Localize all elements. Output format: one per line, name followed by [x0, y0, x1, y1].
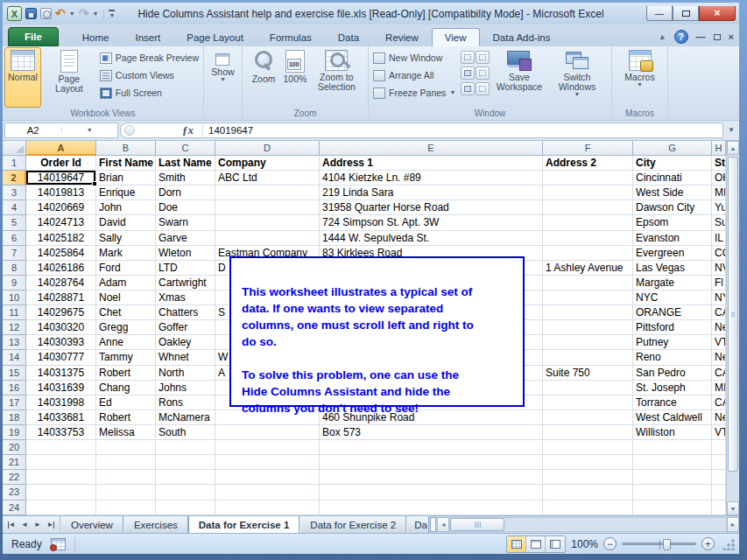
cell-F24[interactable]: [543, 500, 633, 515]
cell-H3[interactable]: MI: [712, 186, 726, 200]
unhide-window-button[interactable]: [461, 82, 475, 95]
redo-icon[interactable]: ↷: [79, 8, 89, 19]
cell-H1[interactable]: Sta: [712, 156, 726, 171]
cell-H7[interactable]: CO: [712, 246, 726, 261]
cell-F3[interactable]: [543, 186, 633, 200]
ribbon-tab-insert[interactable]: Insert: [123, 28, 174, 46]
cell-H19[interactable]: VT: [712, 425, 726, 440]
maximize-button[interactable]: [673, 6, 699, 21]
cell-C18[interactable]: McNamera: [156, 410, 215, 425]
cell-C8[interactable]: LTD: [156, 261, 215, 276]
cell-B17[interactable]: Ed: [96, 396, 156, 410]
cell-E23[interactable]: [320, 485, 543, 500]
cell-H17[interactable]: CA: [712, 396, 726, 410]
undo-caret-icon[interactable]: ▼: [69, 10, 75, 17]
cell-H13[interactable]: VT: [712, 335, 726, 350]
ribbon-tab-page-layout[interactable]: Page Layout: [173, 28, 257, 46]
cell-F4[interactable]: [543, 200, 633, 215]
cell-C3[interactable]: Dorn: [156, 186, 215, 200]
cell-H15[interactable]: CA: [712, 366, 726, 381]
page-layout-view-button[interactable]: Page Layout: [42, 47, 96, 108]
cell-B18[interactable]: Robert: [96, 410, 156, 425]
row-header-22[interactable]: 22: [3, 470, 26, 485]
cell-F20[interactable]: [543, 440, 633, 455]
row-header-24[interactable]: 24: [3, 500, 26, 515]
cell-B16[interactable]: Chang: [96, 381, 156, 396]
undo-icon[interactable]: ↶: [55, 8, 66, 19]
cell-F11[interactable]: [543, 305, 633, 320]
cell-A10[interactable]: 14028871: [26, 290, 96, 305]
cell-H4[interactable]: Yu: [712, 200, 726, 215]
ribbon-tab-review[interactable]: Review: [372, 28, 432, 46]
row-header-3[interactable]: 3: [3, 186, 26, 200]
cell-D24[interactable]: [215, 500, 320, 515]
cell-D3[interactable]: [215, 186, 320, 200]
row-header-16[interactable]: 16: [3, 381, 26, 396]
row-header-17[interactable]: 17: [3, 396, 26, 410]
cell-F2[interactable]: [543, 171, 633, 186]
cell-A20[interactable]: [26, 440, 96, 455]
cell-A15[interactable]: 14031375: [26, 366, 96, 381]
cell-G13[interactable]: Putney: [633, 335, 712, 350]
hide-window-button[interactable]: [461, 66, 475, 80]
save-icon[interactable]: [25, 8, 37, 19]
cell-H22[interactable]: [712, 470, 726, 485]
sheet-tab-exercises[interactable]: Exercises: [123, 516, 188, 533]
previous-sheet-icon[interactable]: ◄: [18, 518, 31, 531]
status-page-layout-button[interactable]: [526, 536, 546, 552]
redo-caret-icon[interactable]: ▼: [92, 10, 98, 17]
cell-D21[interactable]: [215, 455, 320, 470]
cell-G11[interactable]: ORANGE: [633, 305, 712, 320]
cell-A7[interactable]: 14025864: [26, 246, 96, 261]
cell-C12[interactable]: Goffer: [156, 320, 215, 335]
cell-B5[interactable]: David: [96, 215, 156, 230]
cell-F17[interactable]: [543, 396, 633, 410]
cell-E20[interactable]: [320, 440, 543, 455]
zoom-button[interactable]: Zoom: [249, 47, 279, 108]
cell-B11[interactable]: Chet: [96, 305, 156, 320]
cell-F21[interactable]: [543, 455, 633, 470]
worksheet-note-textbox[interactable]: This worksheet illustrates a typical set…: [229, 256, 525, 407]
cell-A18[interactable]: 14033681: [26, 410, 96, 425]
split-button[interactable]: [461, 51, 475, 64]
cell-H8[interactable]: NV: [712, 261, 726, 276]
name-box-caret-icon[interactable]: ▼: [61, 127, 118, 133]
cell-C21[interactable]: [156, 455, 215, 470]
cell-F14[interactable]: [543, 350, 633, 365]
cell-A12[interactable]: 14030320: [26, 320, 96, 335]
cell-C14[interactable]: Whnet: [156, 350, 215, 365]
column-header-D[interactable]: D: [215, 141, 320, 156]
cell-F7[interactable]: [543, 246, 633, 261]
cell-E4[interactable]: 31958 Quarter Horse Road: [320, 200, 543, 215]
last-sheet-icon[interactable]: ►: [45, 518, 57, 531]
row-header-6[interactable]: 6: [3, 231, 26, 246]
cell-A9[interactable]: 14028764: [26, 276, 96, 290]
cell-D6[interactable]: [215, 231, 320, 246]
cell-B21[interactable]: [96, 455, 156, 470]
cell-G20[interactable]: [633, 440, 712, 455]
column-header-A[interactable]: A: [26, 141, 96, 156]
column-header-E[interactable]: E: [320, 141, 543, 156]
cell-G8[interactable]: Las Vegas: [633, 261, 712, 276]
cell-A3[interactable]: 14019813: [26, 186, 96, 200]
cell-F22[interactable]: [543, 470, 633, 485]
formula-input[interactable]: 14019647: [203, 125, 722, 136]
cell-A11[interactable]: 14029675: [26, 305, 96, 320]
cell-E3[interactable]: 219 Linda Sara: [320, 186, 543, 200]
insert-function-icon[interactable]: ƒx: [142, 123, 203, 137]
cell-H6[interactable]: IL: [712, 231, 726, 246]
row-header-1[interactable]: 1: [3, 156, 26, 171]
cell-D1[interactable]: Company: [215, 156, 320, 171]
view-side-by-side-button[interactable]: [476, 51, 490, 64]
print-preview-icon[interactable]: [40, 8, 52, 19]
cell-H2[interactable]: OH: [712, 171, 726, 186]
cell-C20[interactable]: [156, 440, 215, 455]
cell-F6[interactable]: [543, 231, 633, 246]
cell-A22[interactable]: [26, 470, 96, 485]
cell-G24[interactable]: [633, 500, 712, 515]
cell-D22[interactable]: [215, 470, 320, 485]
cell-G5[interactable]: Epsom: [633, 215, 712, 230]
row-header-9[interactable]: 9: [3, 276, 26, 290]
cell-B6[interactable]: Sally: [96, 231, 156, 246]
customize-qat-icon[interactable]: ▼: [103, 10, 115, 18]
